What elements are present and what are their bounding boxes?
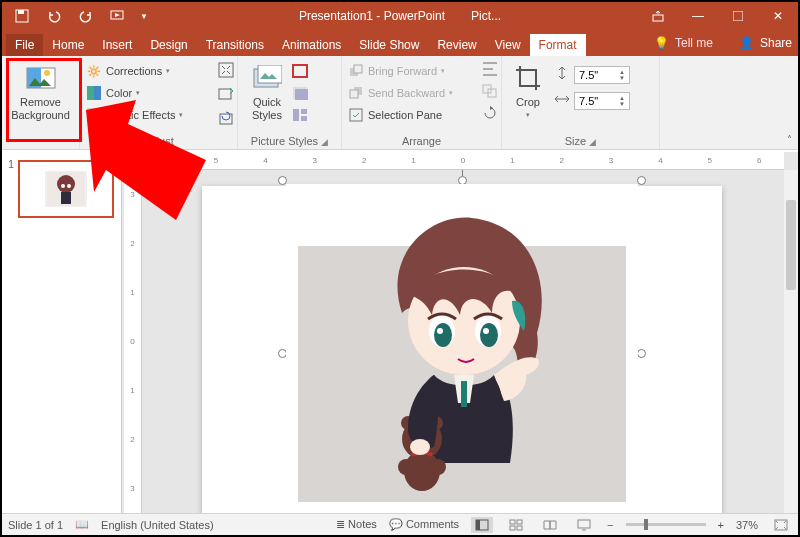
tab-view[interactable]: View <box>486 34 530 56</box>
tab-review[interactable]: Review <box>428 34 485 56</box>
svg-rect-9 <box>94 86 101 100</box>
picture-border-icon[interactable] <box>292 64 308 82</box>
resize-handle-mr[interactable] <box>637 349 646 358</box>
notes-button[interactable]: ≣ Notes <box>336 518 377 531</box>
svg-rect-20 <box>301 109 307 114</box>
tell-me-icon[interactable]: 💡 <box>654 36 669 50</box>
height-input[interactable]: 7.5"▲▼ <box>574 66 630 84</box>
artistic-label: Artistic Effects <box>106 109 175 121</box>
slideshow-view-icon[interactable] <box>573 517 595 533</box>
picture-selection[interactable] <box>282 180 642 513</box>
slide-sorter-view-icon[interactable] <box>505 517 527 533</box>
picture-styles-launcher-icon[interactable]: ◢ <box>321 137 328 147</box>
slide-canvas[interactable] <box>142 170 784 513</box>
collapse-ribbon-icon[interactable]: ˄ <box>787 134 792 145</box>
svg-rect-4 <box>733 11 743 21</box>
tab-design[interactable]: Design <box>141 34 196 56</box>
crop-button[interactable]: Crop▾ <box>508 60 548 121</box>
reset-picture-icon[interactable] <box>218 110 234 130</box>
picture-layout-icon[interactable] <box>292 108 308 126</box>
resize-handle-tr[interactable] <box>637 176 646 185</box>
svg-rect-15 <box>258 65 282 83</box>
zoom-out-button[interactable]: − <box>607 519 613 531</box>
svg-rect-58 <box>517 526 522 530</box>
svg-point-31 <box>57 175 75 193</box>
color-button[interactable]: Color▾ <box>86 82 231 104</box>
zoom-level[interactable]: 37% <box>736 519 758 531</box>
svg-rect-19 <box>293 109 299 121</box>
remove-background-icon <box>25 62 57 94</box>
zoom-slider-thumb[interactable] <box>644 519 648 530</box>
fit-to-window-icon[interactable] <box>770 517 792 533</box>
redo-icon[interactable] <box>74 5 98 27</box>
picture-content <box>342 203 582 503</box>
group-label-picture-styles: Picture Styles ◢ <box>244 133 335 147</box>
svg-rect-25 <box>350 90 358 98</box>
tab-insert[interactable]: Insert <box>93 34 141 56</box>
svg-rect-54 <box>476 520 480 530</box>
send-backward-icon <box>348 85 364 101</box>
group-label-arrange: Arrange <box>348 133 495 147</box>
group-icon[interactable] <box>482 84 498 102</box>
change-picture-icon[interactable] <box>218 86 234 106</box>
reading-view-icon[interactable] <box>539 517 561 533</box>
language-indicator[interactable]: English (United States) <box>101 519 214 531</box>
quick-styles-button[interactable]: Quick Styles <box>244 60 290 126</box>
svg-rect-23 <box>354 65 362 73</box>
picture-effects-icon[interactable] <box>292 86 308 104</box>
bring-forward-button[interactable]: Bring Forward▾ <box>348 60 495 82</box>
artistic-effects-icon <box>86 107 102 123</box>
tab-home[interactable]: Home <box>43 34 93 56</box>
start-from-beginning-icon[interactable] <box>106 5 130 27</box>
svg-rect-3 <box>653 15 663 21</box>
slide-indicator[interactable]: Slide 1 of 1 <box>8 519 63 531</box>
selection-pane-button[interactable]: Selection Pane <box>348 104 495 126</box>
corrections-button[interactable]: 🔆 Corrections▾ <box>86 60 231 82</box>
width-input[interactable]: 7.5"▲▼ <box>574 92 630 110</box>
ribbon-display-options-icon[interactable] <box>638 2 678 30</box>
rotate-icon[interactable] <box>482 106 498 124</box>
size-launcher-icon[interactable]: ◢ <box>589 137 596 147</box>
edit-area: 1 6543210123456 3210123 <box>2 152 798 513</box>
tab-slide-show[interactable]: Slide Show <box>350 34 428 56</box>
comments-button[interactable]: 💬 Comments <box>389 518 459 531</box>
artistic-effects-button[interactable]: Artistic Effects▾ <box>86 104 231 126</box>
remove-background-button[interactable]: Remove Background <box>8 60 73 123</box>
svg-point-40 <box>437 328 443 334</box>
tab-animations[interactable]: Animations <box>273 34 350 56</box>
zoom-in-button[interactable]: + <box>718 519 724 531</box>
horizontal-ruler: 6543210123456 <box>142 152 784 170</box>
share-icon[interactable]: 👤 <box>739 36 754 50</box>
bring-forward-label: Bring Forward <box>368 65 437 77</box>
tab-format[interactable]: Format <box>530 34 586 56</box>
share-button[interactable]: Share <box>760 36 792 50</box>
bring-forward-icon <box>348 63 364 79</box>
minimize-icon[interactable]: — <box>678 2 718 30</box>
vertical-scrollbar[interactable] <box>784 170 798 513</box>
zoom-slider[interactable] <box>626 523 706 526</box>
svg-point-38 <box>434 323 452 347</box>
compress-pictures-icon[interactable] <box>218 62 234 82</box>
spellcheck-icon[interactable]: 📖 <box>75 518 89 531</box>
color-label: Color <box>106 87 132 99</box>
close-icon[interactable]: ✕ <box>758 2 798 30</box>
send-backward-button[interactable]: Send Backward▾ <box>348 82 495 104</box>
height-value: 7.5" <box>579 69 598 81</box>
svg-rect-16 <box>293 65 307 77</box>
scrollbar-thumb[interactable] <box>786 200 796 290</box>
normal-view-icon[interactable] <box>471 517 493 533</box>
maximize-icon[interactable] <box>718 2 758 30</box>
tab-file[interactable]: File <box>6 34 43 56</box>
qat-dropdown-icon[interactable]: ▼ <box>138 5 150 27</box>
tab-transitions[interactable]: Transitions <box>197 34 273 56</box>
svg-point-7 <box>44 70 50 76</box>
save-icon[interactable] <box>10 5 34 27</box>
slide-1[interactable] <box>202 186 722 513</box>
width-icon <box>554 92 570 110</box>
slide-thumbnail-1[interactable] <box>18 160 114 218</box>
inserted-picture[interactable] <box>286 184 638 513</box>
undo-icon[interactable] <box>42 5 66 27</box>
svg-rect-55 <box>510 520 515 524</box>
align-icon[interactable] <box>482 62 498 80</box>
tell-me-input[interactable]: Tell me <box>675 36 713 50</box>
